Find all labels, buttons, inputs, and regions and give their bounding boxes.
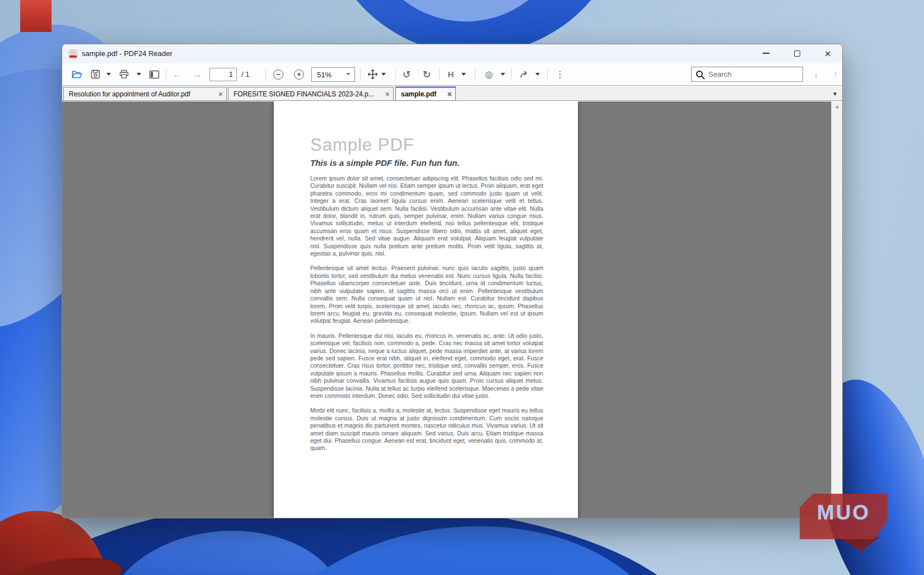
view-mode-dropdown[interactable]: [499, 63, 507, 85]
zoom-level-value: 51%: [317, 71, 332, 79]
chevron-down-icon: [346, 73, 351, 76]
tab-label: FORESITE SIGNED FINANCIALS 2023-24.p...: [234, 90, 382, 98]
scroll-up-arrow-icon[interactable]: ▲: [832, 104, 842, 109]
pdf-body-text: Lorem ipsum dolor sit amet, consectetuer…: [310, 175, 543, 460]
print-options-dropdown[interactable]: [135, 63, 143, 85]
arrow-down-icon: ↓: [814, 69, 819, 80]
sidebar-panel-icon: [149, 70, 160, 79]
zoom-out-button[interactable]: −: [270, 63, 286, 85]
separator: [166, 68, 166, 81]
tab-close-icon[interactable]: ×: [447, 90, 452, 98]
chevron-down-icon: [501, 73, 505, 76]
separator: [547, 68, 548, 81]
spacing-tool-dropdown[interactable]: [460, 63, 468, 85]
arrow-up-icon: ↑: [833, 69, 838, 80]
pan-tool-dropdown[interactable]: [380, 63, 388, 85]
vertical-scrollbar[interactable]: ▲ ▼: [831, 101, 842, 518]
tab-bar: Resolution for appointment of Auditor.pd…: [62, 86, 842, 101]
h-tool-icon: H: [448, 69, 454, 79]
tab-label: sample.pdf: [401, 90, 444, 98]
pdf-paragraph: In mauris. Pellentesque dui nisi, iaculi…: [310, 332, 543, 400]
separator: [439, 68, 440, 81]
window-title: sample.pdf - PDF24 Reader: [82, 49, 172, 58]
chevron-down-icon: [535, 73, 540, 76]
tab-close-icon[interactable]: ×: [218, 90, 223, 98]
close-icon: ×: [824, 48, 830, 59]
close-button[interactable]: ×: [815, 44, 840, 62]
separator: [511, 68, 512, 81]
forward-button[interactable]: →: [189, 63, 205, 85]
separator: [395, 68, 396, 81]
find-previous-button[interactable]: ↑: [828, 63, 843, 85]
pan-tool-button[interactable]: [364, 63, 381, 85]
pdf-page: Sample PDF This is a simple PDF file. Fu…: [274, 101, 578, 518]
save-icon: [91, 69, 100, 79]
zoom-level-select[interactable]: 51%: [311, 67, 355, 82]
minimize-button[interactable]: [754, 44, 778, 62]
chevron-down-icon: [137, 73, 141, 76]
toolbar: ← → 1 / 1 − + 51% ↺ ↻ H ◎: [62, 63, 842, 86]
open-folder-icon: [72, 69, 82, 79]
titlebar[interactable]: sample.pdf - PDF24 Reader ×: [62, 44, 842, 63]
back-button[interactable]: ←: [170, 63, 185, 85]
view-mode-button[interactable]: ◎: [481, 63, 497, 85]
rotate-right-icon: ↻: [422, 68, 431, 81]
open-file-button[interactable]: [69, 63, 85, 85]
tab-label: Resolution for appointment of Auditor.pd…: [69, 90, 215, 98]
page-total-label: / 1: [241, 70, 249, 78]
toggle-sidebar-button[interactable]: [146, 63, 162, 85]
pdf24-reader-window: sample.pdf - PDF24 Reader ×: [62, 44, 843, 518]
save-button[interactable]: [88, 63, 102, 85]
tab-overflow-button[interactable]: ▼: [832, 91, 838, 97]
tab-foresite-financials[interactable]: FORESITE SIGNED FINANCIALS 2023-24.p... …: [228, 87, 394, 101]
rotate-right-button[interactable]: ↻: [419, 63, 435, 85]
save-options-dropdown[interactable]: [105, 63, 113, 85]
pdf-paragraph: Pellentesque sit amet lectus. Praesent p…: [310, 265, 543, 324]
chevron-down-icon: [381, 73, 386, 76]
separator: [360, 68, 361, 81]
muo-corner-ribbon: [20, 0, 52, 32]
share-arrow-icon: [519, 69, 530, 79]
rotate-left-icon: ↺: [402, 68, 410, 81]
page-number-input[interactable]: 1: [209, 68, 237, 81]
share-button[interactable]: [516, 63, 533, 85]
zoom-in-icon: +: [294, 69, 304, 80]
kebab-menu-icon: ⋮: [556, 69, 564, 80]
document-viewport[interactable]: Sample PDF This is a simple PDF file. Fu…: [62, 101, 842, 518]
search-box[interactable]: [691, 67, 803, 82]
view-mode-icon: ◎: [485, 69, 493, 80]
rotate-left-button[interactable]: ↺: [399, 63, 414, 85]
search-input[interactable]: [708, 68, 798, 80]
zoom-out-icon: −: [273, 69, 283, 80]
move-pan-icon: [367, 69, 378, 80]
maximize-button[interactable]: [785, 44, 809, 62]
pdf-paragraph: Morbi elit nunc, facilisis a, mollis a, …: [310, 407, 543, 452]
spacing-tool-button[interactable]: H: [443, 63, 459, 85]
zoom-in-button[interactable]: +: [291, 63, 307, 85]
tab-resolution-for-appointment[interactable]: Resolution for appointment of Auditor.pd…: [63, 87, 227, 101]
forward-arrow-icon: →: [192, 68, 203, 81]
print-button[interactable]: [116, 63, 131, 85]
tab-sample-pdf-active[interactable]: sample.pdf ×: [395, 86, 456, 101]
separator: [265, 68, 266, 81]
search-icon: [696, 70, 706, 80]
minimize-icon: [763, 53, 769, 54]
pdf24-app-icon: [68, 49, 78, 59]
printer-icon: [119, 69, 129, 79]
more-options-button[interactable]: ⋮: [553, 63, 567, 85]
find-next-button[interactable]: ↓: [809, 63, 823, 85]
tab-close-icon[interactable]: ×: [385, 90, 390, 98]
pdf-paragraph: Lorem ipsum dolor sit amet, consectetuer…: [310, 175, 543, 257]
pdf-document-subtitle: This is a simple PDF file. Fun fun fun.: [310, 158, 460, 168]
chevron-down-icon: [461, 73, 466, 76]
separator: [475, 68, 475, 81]
muo-logo-text: MUO: [800, 501, 888, 525]
maximize-icon: [794, 50, 800, 57]
chevron-down-icon: [106, 73, 111, 76]
pdf-document-title: Sample PDF: [310, 135, 414, 155]
back-arrow-icon: ←: [172, 68, 183, 81]
share-dropdown[interactable]: [534, 63, 542, 85]
